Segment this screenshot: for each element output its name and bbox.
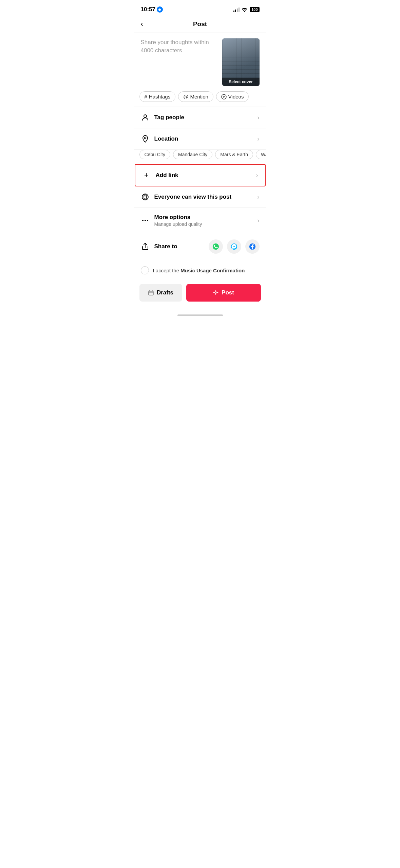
share-icon bbox=[141, 242, 150, 251]
svg-marker-1 bbox=[223, 96, 225, 98]
svg-point-5 bbox=[142, 220, 144, 221]
everyone-row[interactable]: Everyone can view this post › bbox=[134, 186, 266, 208]
videos-chip[interactable]: Videos bbox=[216, 91, 249, 102]
hashtag-icon: # bbox=[145, 94, 147, 100]
more-options-title: More options bbox=[154, 214, 253, 221]
mention-label: Mention bbox=[190, 94, 208, 100]
tag-bar: # Hashtags @ Mention Videos bbox=[134, 91, 266, 107]
menu-section: Tag people › Location › Cebu City Mandau… bbox=[134, 107, 266, 260]
post-sparkle-icon bbox=[213, 290, 219, 296]
location-chevron: › bbox=[258, 135, 260, 143]
tag-people-chevron: › bbox=[258, 114, 260, 121]
everyone-chevron: › bbox=[258, 194, 260, 201]
svg-point-3 bbox=[144, 137, 146, 139]
whatsapp-button[interactable] bbox=[209, 239, 223, 254]
messenger-button[interactable] bbox=[227, 239, 241, 254]
location-text: Location bbox=[154, 135, 253, 142]
plus-icon: + bbox=[142, 171, 151, 180]
home-indicator bbox=[134, 312, 266, 320]
wifi-icon bbox=[242, 7, 248, 12]
tag-people-title: Tag people bbox=[154, 114, 253, 121]
home-bar bbox=[177, 314, 223, 316]
share-to-title: Share to bbox=[154, 243, 204, 250]
facebook-button[interactable] bbox=[245, 239, 260, 254]
videos-label: Videos bbox=[228, 94, 244, 100]
location-pill-mandaue[interactable]: Mandaue City bbox=[173, 150, 212, 159]
svg-rect-12 bbox=[149, 291, 153, 295]
everyone-text: Everyone can view this post bbox=[154, 194, 253, 200]
post-label: Post bbox=[222, 289, 234, 296]
signal-icon bbox=[233, 7, 240, 12]
more-options-chevron: › bbox=[258, 217, 260, 224]
share-apps-group bbox=[209, 239, 260, 254]
status-icons: 100 bbox=[233, 7, 259, 12]
page-header: ‹ Post bbox=[134, 17, 266, 33]
everyone-title: Everyone can view this post bbox=[154, 194, 253, 200]
share-to-row: Share to bbox=[134, 233, 266, 260]
play-icon bbox=[221, 94, 227, 100]
drafts-icon bbox=[148, 290, 154, 296]
more-options-subtitle: Manage upload quality bbox=[154, 221, 253, 227]
mention-chip[interactable]: @ Mention bbox=[178, 91, 213, 102]
add-link-row[interactable]: + Add link › bbox=[135, 164, 266, 186]
hashtags-chip[interactable]: # Hashtags bbox=[139, 91, 176, 102]
globe-icon bbox=[141, 193, 150, 201]
drafts-label: Drafts bbox=[157, 289, 173, 296]
location-icon bbox=[157, 6, 163, 13]
tag-people-row[interactable]: Tag people › bbox=[134, 107, 266, 128]
more-options-text: More options Manage upload quality bbox=[154, 214, 253, 227]
back-button[interactable]: ‹ bbox=[141, 20, 143, 29]
post-text-input[interactable]: Share your thoughts within 4000 characte… bbox=[141, 38, 218, 86]
post-button[interactable]: Post bbox=[186, 284, 261, 302]
location-pill-mars-earth[interactable]: Mars & Earth bbox=[215, 150, 253, 159]
svg-point-6 bbox=[145, 220, 146, 221]
location-pill-cebu[interactable]: Cebu City bbox=[139, 150, 170, 159]
music-accept-bold: Music Usage Confirmation bbox=[180, 268, 245, 273]
music-accept-checkbox[interactable] bbox=[141, 266, 149, 274]
at-icon: @ bbox=[183, 94, 188, 100]
tag-people-text: Tag people bbox=[154, 114, 253, 121]
music-accept-prefix: I accept the bbox=[153, 268, 181, 273]
add-link-chevron: › bbox=[256, 172, 258, 179]
svg-point-7 bbox=[147, 220, 148, 221]
location-pills: Cebu City Mandaue City Mars & Earth Wate… bbox=[134, 150, 266, 164]
more-options-row[interactable]: More options Manage upload quality › bbox=[134, 208, 266, 233]
music-accept-text: I accept the Music Usage Confirmation bbox=[153, 268, 245, 273]
battery-icon: 100 bbox=[250, 7, 259, 12]
add-link-title: Add link bbox=[156, 172, 251, 179]
hashtags-label: Hashtags bbox=[149, 94, 170, 100]
select-cover-label[interactable]: Select cover bbox=[222, 78, 260, 86]
location-pin-icon bbox=[141, 134, 150, 143]
status-time: 10:57 bbox=[141, 6, 163, 13]
post-content-area[interactable]: Share your thoughts within 4000 characte… bbox=[134, 33, 266, 91]
bottom-buttons: Drafts Post bbox=[134, 281, 266, 312]
status-bar: 10:57 100 bbox=[134, 0, 266, 17]
music-accept-row: I accept the Music Usage Confirmation bbox=[134, 260, 266, 281]
location-title: Location bbox=[154, 135, 253, 142]
person-icon bbox=[141, 113, 150, 122]
svg-point-2 bbox=[144, 115, 147, 117]
location-pill-waterfront[interactable]: Waterfront Cebu bbox=[256, 150, 266, 159]
drafts-button[interactable]: Drafts bbox=[139, 284, 182, 302]
page-title: Post bbox=[193, 20, 207, 28]
video-thumbnail[interactable]: Select cover bbox=[222, 38, 260, 86]
more-dots-icon bbox=[141, 216, 150, 225]
svg-point-9 bbox=[212, 243, 218, 250]
location-row[interactable]: Location › bbox=[134, 128, 266, 150]
